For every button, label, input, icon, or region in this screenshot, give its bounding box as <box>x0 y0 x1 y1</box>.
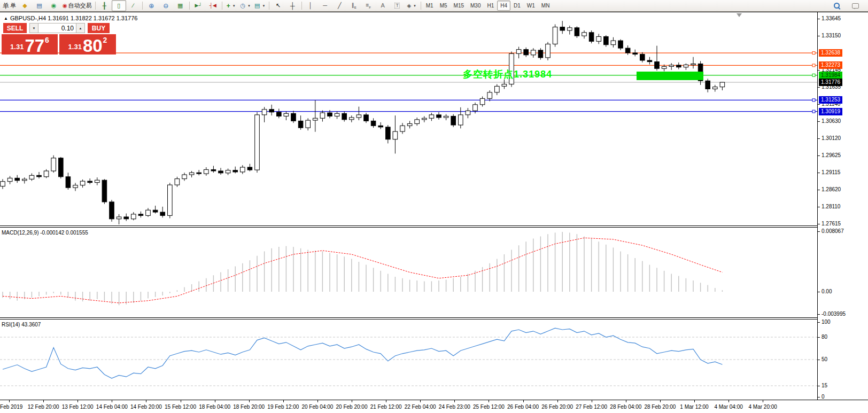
crosshair-button[interactable]: ┼ <box>285 0 300 11</box>
time-label: 13 Feb 12:00 <box>62 404 94 410</box>
zoom-out-button[interactable]: ⊖ <box>159 0 173 11</box>
axis-tick-label: 0.00 <box>821 289 832 294</box>
tile-windows-button[interactable]: ▦ <box>173 0 188 11</box>
chart-window: 1.336451.331501.321451.316351.311401.306… <box>0 12 868 413</box>
hline-button[interactable]: ─ <box>318 0 332 11</box>
candle <box>618 41 623 48</box>
timeframe-m15-button[interactable]: M15 <box>451 1 467 11</box>
text-button[interactable]: A <box>376 0 390 11</box>
timeframe-m1-button[interactable]: M1 <box>423 1 437 11</box>
time-tick <box>523 400 524 402</box>
chevron-down-icon: ▼ <box>232 4 236 7</box>
chevron-down-icon: ▼ <box>413 4 416 7</box>
time-tick <box>112 400 112 402</box>
candle-chart-button[interactable]: ▯ <box>112 0 126 11</box>
time-tick <box>592 400 592 402</box>
time-label: 1 Mar 12:00 <box>680 404 708 410</box>
time-tick <box>728 400 729 402</box>
volume-decrease-button[interactable]: ▼ <box>29 23 38 33</box>
axis-tick-label: 1.28110 <box>821 204 840 209</box>
highlight-zone[interactable] <box>637 72 703 80</box>
timeframe-m5-button[interactable]: M5 <box>437 1 451 11</box>
candle <box>356 115 361 118</box>
signals-button[interactable]: ◉ <box>46 0 61 11</box>
line-handle[interactable] <box>812 110 815 113</box>
buy-price-box[interactable]: 1.31 80 2 <box>59 34 116 54</box>
axis-tick <box>818 314 820 315</box>
templates-button[interactable]: ▤▼ <box>253 0 267 11</box>
price-line-chip[interactable]: 1.31984 <box>819 72 842 79</box>
vline-button[interactable]: │ <box>304 0 318 11</box>
sell-price-box[interactable]: 1.31 77 6 <box>2 34 58 54</box>
collapse-arrow-icon[interactable]: ▲ <box>4 16 8 21</box>
timeframe-h1-button[interactable]: H1 <box>484 1 497 11</box>
candle <box>633 53 638 54</box>
label-button[interactable]: T <box>390 0 405 11</box>
time-tick <box>43 400 44 402</box>
line-handle[interactable] <box>812 52 815 54</box>
price-line-chip[interactable]: 1.32638 <box>819 49 842 57</box>
indicators-button[interactable]: +▼ <box>224 0 238 11</box>
timeframe-h4-button[interactable]: H4 <box>497 1 510 11</box>
time-tick <box>626 400 626 402</box>
fibonacci-button[interactable]: ≡F <box>361 0 376 11</box>
new-order-button[interactable]: 单单 <box>1 0 18 11</box>
auto-scroll-button[interactable]: ▶┘ <box>191 0 206 11</box>
timeframe-m30-button[interactable]: M30 <box>467 1 484 11</box>
axis-tick <box>818 292 820 292</box>
line-chart-button[interactable]: ∕ <box>126 0 141 11</box>
toolbar: 单单◆▤◉◉自动交易╂▯∕⊕⊖▦▶┘┤◀+▼◷▼▤▼↖┼│─╱∥E≡FAT◈▼M… <box>0 0 868 12</box>
candle <box>350 118 354 120</box>
time-tick <box>694 400 695 402</box>
rsi-panel[interactable] <box>0 320 817 400</box>
buy-price-sup: 2 <box>103 36 107 44</box>
trendline-button[interactable]: ╱ <box>332 0 347 11</box>
sell-button[interactable]: SELL <box>3 23 27 33</box>
current-price-chip[interactable]: 1.31776 <box>819 79 842 86</box>
candle <box>720 82 725 87</box>
axis-tick <box>818 224 820 224</box>
terminal-button[interactable]: ▤ <box>32 0 46 11</box>
chat-button[interactable] <box>848 0 863 11</box>
zoom-in-button[interactable]: ⊕ <box>144 0 159 11</box>
candle <box>575 28 579 36</box>
axis-tick <box>818 207 820 207</box>
price-line-chip[interactable]: 1.32273 <box>819 61 842 69</box>
chart-shift-button[interactable]: ┤◀ <box>206 0 220 11</box>
auto-trading-button[interactable]: ◉自动交易 <box>61 0 94 11</box>
price-line-chip[interactable]: 1.30919 <box>819 108 842 115</box>
price-line-chip[interactable]: 1.31253 <box>819 96 842 104</box>
macd-panel[interactable] <box>0 228 817 317</box>
axis-tick-label: 15 <box>821 383 827 388</box>
candle <box>502 84 507 87</box>
line-handle[interactable] <box>812 99 815 102</box>
line-handle[interactable] <box>812 64 815 67</box>
shapes-button[interactable]: ◈▼ <box>405 0 419 11</box>
chevron-down-icon: ▼ <box>247 4 251 7</box>
cursor-button[interactable]: ↖ <box>271 0 285 11</box>
timeframe-d1-button[interactable]: D1 <box>510 1 524 11</box>
time-tick <box>489 400 489 402</box>
macd-indicator-label: MACD(12,26,9) -0.000142 0.001555 <box>2 230 88 236</box>
bar-chart-button[interactable]: ╂ <box>97 0 112 11</box>
time-label: 19 Feb 12:00 <box>267 404 299 410</box>
periods-button[interactable]: ◷▼ <box>238 0 253 11</box>
candle <box>524 50 529 55</box>
axis-tick-label: 100 <box>821 319 831 325</box>
line-handle[interactable] <box>812 74 815 76</box>
buy-button[interactable]: BUY <box>88 23 110 33</box>
candle <box>138 214 143 216</box>
channel-button[interactable]: ∥E <box>347 0 361 11</box>
axis-tick-label: 1.30120 <box>821 135 841 141</box>
timeframe-w1-button[interactable]: W1 <box>524 1 538 11</box>
price-chart[interactable] <box>0 12 817 225</box>
search-button[interactable] <box>830 0 844 11</box>
time-tick <box>352 400 352 402</box>
candle <box>175 179 180 185</box>
chart-shift-marker-icon[interactable] <box>737 13 742 17</box>
volume-input[interactable] <box>38 23 76 33</box>
timeframe-mn-button[interactable]: MN <box>538 1 553 11</box>
volume-increase-button[interactable]: ▲ <box>76 23 85 33</box>
navigator-button[interactable]: ◆ <box>18 0 32 11</box>
time-label: 28 Feb 20:00 <box>644 404 676 410</box>
